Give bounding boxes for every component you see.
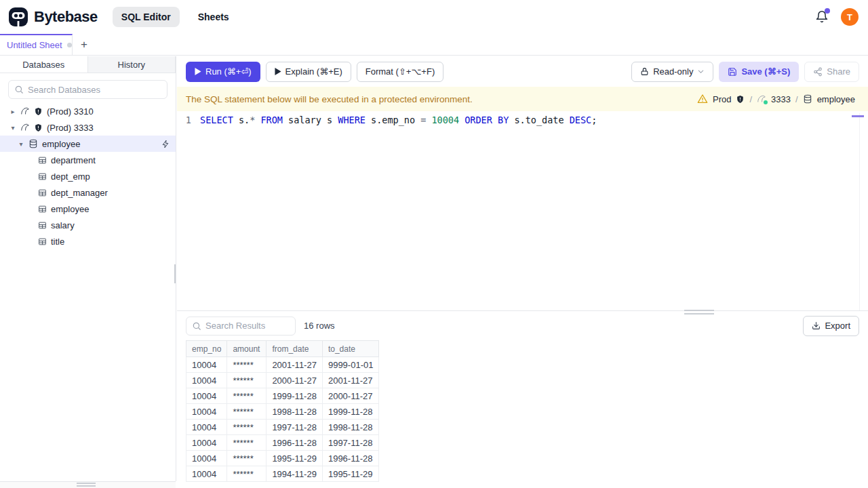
table-cell[interactable]: ****** xyxy=(227,420,267,435)
table-cell[interactable]: ****** xyxy=(227,435,267,451)
instance-status-icon xyxy=(757,94,766,104)
row-count: 16 rows xyxy=(304,321,335,331)
results-toolbar: 16 rows Export xyxy=(177,311,868,340)
avatar[interactable]: T xyxy=(841,8,859,26)
add-sheet-button[interactable]: + xyxy=(73,34,96,55)
table-row[interactable]: 10004******2000-11-272001-11-27 xyxy=(186,373,379,388)
table-row[interactable]: 10004******1999-11-282000-11-27 xyxy=(186,388,379,404)
table-row[interactable]: 10004******1997-11-281998-11-28 xyxy=(186,420,379,435)
mysql-icon xyxy=(20,123,30,132)
instance-label[interactable]: 3333 xyxy=(771,94,791,104)
table-cell[interactable]: 10004 xyxy=(186,435,227,451)
column-header-amount[interactable]: amount xyxy=(227,341,267,357)
table-item-salary[interactable]: salary xyxy=(0,217,176,233)
table-cell[interactable]: 10004 xyxy=(186,420,227,435)
table-cell[interactable]: 1997-11-28 xyxy=(267,420,323,435)
table-cell[interactable]: 1998-11-28 xyxy=(267,404,323,420)
table-cell[interactable]: 1999-11-28 xyxy=(322,404,379,420)
top-nav: SQL Editor Sheets xyxy=(113,7,238,27)
table-cell[interactable]: 2000-11-27 xyxy=(267,373,323,388)
database-label: employee xyxy=(42,139,80,149)
table-cell[interactable]: 1994-11-29 xyxy=(267,466,323,482)
table-cell[interactable]: 10004 xyxy=(186,404,227,420)
table-cell[interactable]: 1999-11-28 xyxy=(267,388,323,404)
column-header-to_date[interactable]: to_date xyxy=(322,341,379,357)
database-item-employee[interactable]: ▾ employee xyxy=(0,136,176,152)
play-icon xyxy=(275,68,281,75)
database-label[interactable]: employee xyxy=(817,94,855,104)
connection-breadcrumb: Prod / 3333 / employee xyxy=(697,94,859,104)
header-right: T xyxy=(815,8,868,26)
table-cell[interactable]: 9999-01-01 xyxy=(322,357,379,373)
table-cell[interactable]: ****** xyxy=(227,357,267,373)
nav-sql-editor[interactable]: SQL Editor xyxy=(113,7,180,27)
table-item-department[interactable]: department xyxy=(0,152,176,168)
column-header-emp_no[interactable]: emp_no xyxy=(186,341,227,357)
online-status-dot xyxy=(764,100,768,104)
table-cell[interactable]: ****** xyxy=(227,388,267,404)
sql-line: 1 SELECT s.* FROM salary s WHERE s.emp_n… xyxy=(177,113,868,126)
table-cell[interactable]: 10004 xyxy=(186,451,227,466)
table-cell[interactable]: 1997-11-28 xyxy=(322,435,379,451)
table-cell[interactable]: 10004 xyxy=(186,357,227,373)
export-button[interactable]: Export xyxy=(803,316,859,336)
instance-label: (Prod) 3333 xyxy=(47,123,94,133)
tab-databases[interactable]: Databases xyxy=(0,56,88,73)
table-cell[interactable]: ****** xyxy=(227,451,267,466)
table-cell[interactable]: 2000-11-27 xyxy=(322,388,379,404)
table-item-title[interactable]: title xyxy=(0,233,176,249)
format-button[interactable]: Format (⇧+⌥+F) xyxy=(357,62,443,82)
mysql-icon xyxy=(20,106,30,116)
table-label: dept_emp xyxy=(51,171,90,182)
table-row[interactable]: 10004******1994-11-291995-11-29 xyxy=(186,466,379,482)
table-item-dept_emp[interactable]: dept_emp xyxy=(0,168,176,184)
table-row[interactable]: 10004******1998-11-281999-11-28 xyxy=(186,404,379,420)
search-databases-input[interactable] xyxy=(28,85,161,95)
chevron-down-icon: ▾ xyxy=(9,124,16,131)
notifications-button[interactable] xyxy=(815,10,829,24)
table-cell[interactable]: 10004 xyxy=(186,373,227,388)
table-cell[interactable]: 1996-11-28 xyxy=(322,451,379,466)
sheet-tab-untitled[interactable]: Untitled Sheet xyxy=(0,34,73,55)
table-item-dept_manager[interactable]: dept_manager xyxy=(0,184,176,201)
share-button[interactable]: Share xyxy=(804,62,859,82)
instance-prod-3333[interactable]: ▾ (Prod) 3333 xyxy=(0,119,176,136)
table-cell[interactable]: 1995-11-29 xyxy=(322,466,379,482)
table-cell[interactable]: 2001-11-27 xyxy=(267,357,323,373)
sql-editor[interactable]: 1 SELECT s.* FROM salary s WHERE s.emp_n… xyxy=(177,113,868,311)
table-cell[interactable]: 1995-11-29 xyxy=(267,451,323,466)
table-row[interactable]: 10004******1996-11-281997-11-28 xyxy=(186,435,379,451)
table-row[interactable]: 10004******1995-11-291996-11-28 xyxy=(186,451,379,466)
table-cell[interactable]: 10004 xyxy=(186,388,227,404)
table-cell[interactable]: ****** xyxy=(227,373,267,388)
table-item-employee[interactable]: employee xyxy=(0,201,176,217)
table-icon xyxy=(38,172,47,181)
lightning-icon[interactable] xyxy=(161,140,170,148)
explain-button[interactable]: Explain (⌘+E) xyxy=(266,62,351,82)
save-button[interactable]: Save (⌘+S) xyxy=(719,62,799,82)
table-cell[interactable]: ****** xyxy=(227,404,267,420)
mode-select[interactable]: Read-only xyxy=(631,62,713,82)
warning-icon xyxy=(697,94,708,104)
instance-prod-3310[interactable]: ▸ (Prod) 3310 xyxy=(0,103,176,119)
instance-label: (Prod) 3310 xyxy=(47,106,94,117)
table-cell[interactable]: 1996-11-28 xyxy=(267,435,323,451)
column-header-from_date[interactable]: from_date xyxy=(267,341,323,357)
app-header: Bytebase SQL Editor Sheets T xyxy=(0,0,868,34)
shield-icon xyxy=(736,95,745,104)
nav-sheets[interactable]: Sheets xyxy=(189,7,238,27)
sidebar-footer xyxy=(0,481,176,488)
table-cell[interactable]: 1998-11-28 xyxy=(322,420,379,435)
run-button[interactable]: Run (⌘+⏎) xyxy=(186,62,260,82)
table-row[interactable]: 10004******2001-11-279999-01-01 xyxy=(186,357,379,373)
bytebase-logo[interactable]: Bytebase xyxy=(0,7,98,27)
protected-environment-banner: The SQL statement below will be executed… xyxy=(177,87,868,111)
table-cell[interactable]: 2001-11-27 xyxy=(322,373,379,388)
table-cell[interactable]: 10004 xyxy=(186,466,227,482)
panel-resize-handle[interactable] xyxy=(77,483,96,487)
play-icon xyxy=(195,68,201,75)
table-cell[interactable]: ****** xyxy=(227,466,267,482)
download-icon xyxy=(812,321,821,330)
tab-history[interactable]: History xyxy=(88,56,176,73)
overview-ruler xyxy=(859,113,860,310)
